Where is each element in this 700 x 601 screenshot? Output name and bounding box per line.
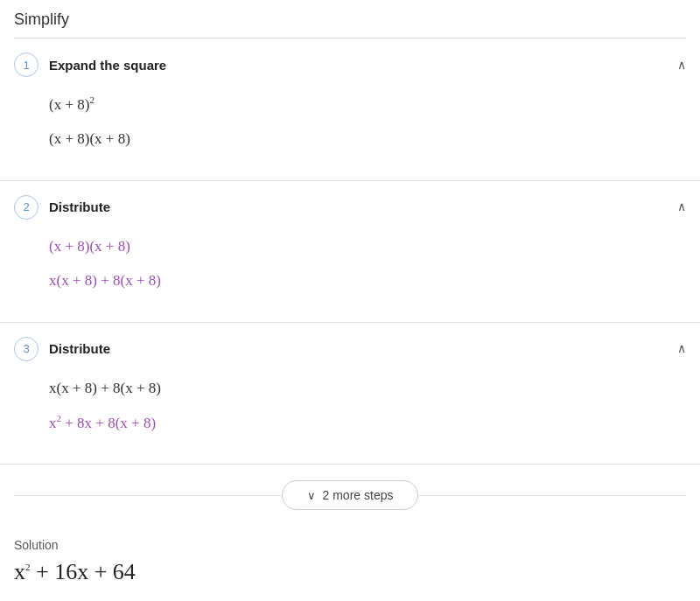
step-1-content: (x + 8)2 (x + 8)(x + 8) (14, 89, 686, 180)
step-3-content: x(x + 8) + 8(x + 8) x2 + 8x + 8(x + 8) (14, 374, 686, 465)
step-3-number: 3 (14, 337, 38, 361)
step-1-line-2: (x + 8)(x + 8) (49, 128, 686, 150)
step-1-section: 1 Expand the square ∧ (x + 8)2 (x + 8)(x… (0, 38, 700, 181)
step-2-header[interactable]: 2 Distribute ∧ (14, 181, 686, 232)
more-steps-label: 2 more steps (323, 488, 394, 502)
step-1-header[interactable]: 1 Expand the square ∧ (14, 38, 686, 89)
step-3-line-1: x(x + 8) + 8(x + 8) (49, 377, 686, 400)
solution-math: x2 + 16x + 64 (14, 559, 686, 585)
step-1-chevron-icon: ∧ (677, 58, 686, 73)
step-1-line-1: (x + 8)2 (49, 93, 686, 115)
step-2-section: 2 Distribute ∧ (x + 8)(x + 8) x(x + 8) +… (0, 181, 700, 323)
step-2-chevron-icon: ∧ (677, 199, 686, 214)
solution-section: Solution x2 + 16x + 64 (0, 524, 700, 601)
more-steps-button[interactable]: ∨ 2 more steps (282, 480, 419, 510)
step-2-content: (x + 8)(x + 8) x(x + 8) + 8(x + 8) (14, 232, 686, 322)
solution-label: Solution (14, 538, 686, 552)
step-2-title: Distribute (49, 199, 677, 214)
step-2-line-2: x(x + 8) + 8(x + 8) (49, 269, 686, 292)
step-3-title: Distribute (49, 341, 677, 356)
more-steps-right-line (418, 495, 686, 496)
step-1-number: 1 (14, 52, 38, 77)
step-3-chevron-icon: ∧ (677, 341, 686, 356)
step-3-section: 3 Distribute ∧ x(x + 8) + 8(x + 8) x2 + … (0, 323, 700, 465)
step-1-title: Expand the square (49, 58, 677, 73)
more-steps-container: ∨ 2 more steps (0, 465, 700, 524)
page-title: Simplify (0, 0, 700, 38)
step-2-line-1: (x + 8)(x + 8) (49, 235, 686, 258)
more-steps-chevron-icon: ∨ (307, 489, 316, 502)
step-3-header[interactable]: 3 Distribute ∧ (14, 323, 686, 374)
more-steps-left-line (14, 495, 282, 496)
step-2-number: 2 (14, 195, 38, 220)
step-3-line-2: x2 + 8x + 8(x + 8) (49, 411, 686, 434)
